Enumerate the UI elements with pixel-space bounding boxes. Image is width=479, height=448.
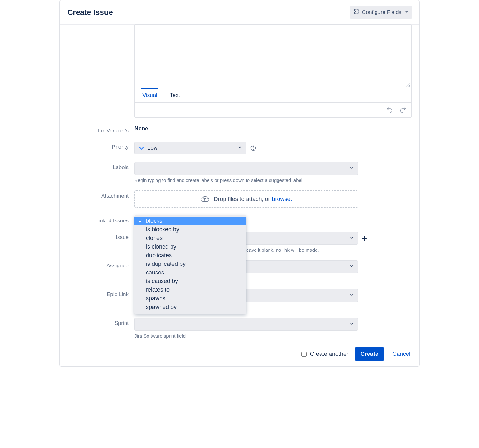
label-attachment: Attachment bbox=[67, 190, 134, 199]
dropdown-item-label: is blocked by bbox=[146, 226, 179, 233]
svg-point-0 bbox=[356, 11, 357, 12]
label-epic-link: Epic Link bbox=[67, 289, 134, 298]
create-another-label: Create another bbox=[310, 351, 348, 357]
attachment-browse-link[interactable]: browse. bbox=[272, 196, 292, 203]
linked-issues-option[interactable]: is duplicated by bbox=[134, 260, 246, 268]
linked-issues-option[interactable]: is blocked by bbox=[134, 225, 246, 234]
add-issue-button[interactable]: + bbox=[362, 234, 367, 243]
create-another-checkbox[interactable]: Create another bbox=[300, 351, 348, 358]
labels-select[interactable] bbox=[134, 162, 358, 175]
chevron-down-icon bbox=[238, 145, 242, 151]
cancel-button[interactable]: Cancel bbox=[391, 350, 412, 358]
gear-icon bbox=[354, 9, 359, 16]
dialog-title: Create Issue bbox=[67, 8, 113, 17]
create-another-input[interactable] bbox=[301, 352, 307, 357]
cloud-upload-icon bbox=[200, 195, 209, 204]
dialog-footer: Create another Create Cancel bbox=[60, 342, 419, 366]
chevron-down-icon bbox=[349, 321, 354, 327]
label-sprint: Sprint bbox=[67, 318, 134, 326]
label-priority: Priority bbox=[67, 142, 134, 150]
dropdown-item-label: duplicates bbox=[146, 252, 172, 259]
dialog-header: Create Issue Configure Fields bbox=[60, 0, 419, 25]
linked-issues-option[interactable]: spawns bbox=[134, 294, 246, 303]
linked-issues-option[interactable]: clones bbox=[134, 234, 246, 243]
labels-hint: Begin typing to find and create labels o… bbox=[134, 177, 412, 183]
linked-issues-option[interactable]: duplicates bbox=[134, 251, 246, 260]
tab-visual[interactable]: Visual bbox=[141, 88, 158, 102]
dropdown-item-label: blocks bbox=[146, 218, 162, 224]
configure-fields-button[interactable]: Configure Fields bbox=[350, 6, 412, 19]
linked-issues-option[interactable]: causes bbox=[134, 268, 246, 277]
linked-issues-option[interactable]: spawned by bbox=[134, 303, 246, 311]
svg-point-2 bbox=[253, 149, 253, 150]
dropdown-item-label: clones bbox=[146, 235, 163, 242]
linked-issues-option[interactable]: ✓blocks bbox=[134, 217, 246, 225]
priority-low-icon bbox=[139, 145, 144, 151]
redo-icon[interactable] bbox=[399, 106, 406, 114]
attachment-text: Drop files to attach, or bbox=[214, 196, 270, 203]
dropdown-item-label: causes bbox=[146, 269, 164, 276]
editor-tabs: Visual Text bbox=[135, 88, 411, 103]
chevron-down-icon bbox=[349, 264, 354, 270]
description-textarea[interactable] bbox=[135, 25, 411, 82]
help-icon[interactable] bbox=[250, 145, 256, 151]
priority-value: Low bbox=[148, 145, 157, 151]
undo-icon[interactable] bbox=[386, 106, 393, 114]
fix-versions-value: None bbox=[134, 125, 148, 131]
dropdown-item-label: relates to bbox=[146, 287, 170, 293]
dropdown-item-label: spawns bbox=[146, 295, 165, 302]
description-editor[interactable]: Visual Text bbox=[134, 24, 412, 118]
check-icon: ✓ bbox=[138, 218, 143, 225]
dropdown-item-label: is cloned by bbox=[146, 243, 176, 250]
attachment-dropzone[interactable]: Drop files to attach, or browse. bbox=[134, 190, 358, 208]
chevron-down-icon bbox=[349, 235, 354, 242]
linked-issues-dropdown[interactable]: ✓blocksis blocked byclonesis cloned bydu… bbox=[134, 215, 246, 314]
chevron-down-icon bbox=[349, 292, 354, 299]
resize-handle-icon[interactable] bbox=[135, 83, 411, 88]
label-labels: Labels bbox=[67, 162, 134, 171]
dropdown-item-label: is duplicated by bbox=[146, 261, 186, 267]
label-issue: Issue bbox=[67, 232, 134, 241]
dropdown-item-label: spawned by bbox=[146, 304, 177, 310]
sprint-hint: Jira Software sprint field bbox=[134, 333, 412, 339]
linked-issues-option[interactable]: is caused by bbox=[134, 277, 246, 286]
configure-fields-label: Configure Fields bbox=[362, 9, 401, 16]
label-assignee: Assignee bbox=[67, 260, 134, 269]
create-issue-dialog: Create Issue Configure Fields bbox=[59, 0, 420, 367]
label-fix-versions: Fix Version/s bbox=[67, 125, 134, 134]
dialog-body: Visual Text Fix Version/s Non bbox=[60, 25, 419, 342]
caret-down-icon bbox=[405, 11, 408, 13]
dropdown-item-label: is caused by bbox=[146, 278, 178, 285]
tab-text[interactable]: Text bbox=[169, 88, 181, 102]
linked-issues-option[interactable]: relates to bbox=[134, 286, 246, 294]
priority-select[interactable]: Low bbox=[134, 142, 246, 154]
label-linked-issues: Linked Issues bbox=[67, 215, 134, 224]
create-button[interactable]: Create bbox=[355, 347, 384, 361]
chevron-down-icon bbox=[349, 165, 354, 172]
linked-issues-option[interactable]: is cloned by bbox=[134, 243, 246, 251]
sprint-select[interactable] bbox=[134, 318, 358, 331]
